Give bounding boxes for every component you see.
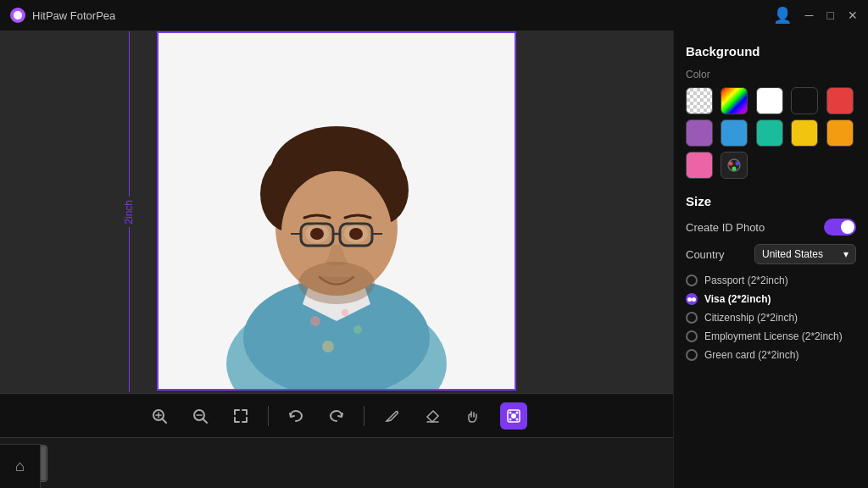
- create-id-toggle[interactable]: [824, 219, 856, 236]
- list-item[interactable]: Passport (2*2inch): [686, 274, 856, 286]
- color-swatch-white[interactable]: [756, 87, 783, 114]
- list-item[interactable]: Employment License (2*2inch): [686, 330, 856, 342]
- radio-circle-visa: [686, 293, 698, 305]
- close-button[interactable]: ✕: [848, 8, 858, 22]
- svg-point-24: [322, 341, 334, 352]
- chevron-down-icon: ▾: [843, 248, 849, 260]
- smart-cutout-button[interactable]: [500, 402, 527, 430]
- color-swatch-blue[interactable]: [721, 119, 748, 147]
- color-swatch-black[interactable]: [791, 87, 818, 114]
- svg-point-20: [349, 228, 363, 240]
- photo-border: [157, 31, 516, 391]
- create-id-label: Create ID Photo: [686, 221, 765, 234]
- fit-screen-button[interactable]: [227, 402, 254, 430]
- undo-button[interactable]: [282, 402, 309, 430]
- size-title: Size: [686, 194, 856, 208]
- size-section: Size Create ID Photo Country United Stat…: [686, 194, 856, 361]
- radio-circle-employment: [686, 330, 698, 342]
- zoom-out-button[interactable]: [186, 402, 214, 430]
- radio-circle-greencard: [686, 349, 698, 361]
- svg-line-27: [163, 419, 166, 423]
- bottom-toolbar-area: ⌂: [0, 393, 673, 488]
- color-swatch-red[interactable]: [826, 87, 854, 114]
- separator-1: [268, 406, 269, 426]
- svg-point-21: [298, 262, 375, 304]
- color-swatch-purple[interactable]: [686, 119, 713, 147]
- thumbnail-strip: [0, 437, 673, 488]
- radio-label-citizenship: Citizenship (2*2inch): [704, 312, 798, 324]
- right-panel: Background Color: [673, 30, 868, 488]
- country-dropdown[interactable]: United States ▾: [754, 244, 856, 264]
- toolbar: [0, 393, 673, 437]
- radio-label-passport: Passport (2*2inch): [704, 274, 788, 286]
- background-title: Background: [686, 44, 856, 58]
- svg-point-46: [736, 162, 740, 166]
- photo-options-list: Passport (2*2inch) Visa (2*2inch) Citize…: [686, 274, 856, 361]
- color-swatch-yellow[interactable]: [791, 119, 818, 147]
- pen-button[interactable]: [378, 402, 405, 430]
- svg-point-37: [516, 411, 519, 413]
- titlebar: HitPaw FotorPea 👤 ─ □ ✕: [0, 0, 868, 30]
- color-grid: [686, 87, 856, 179]
- hand-button[interactable]: [459, 402, 487, 430]
- country-value: United States: [762, 248, 823, 260]
- svg-point-38: [509, 418, 512, 420]
- zoom-in-button[interactable]: [146, 402, 173, 430]
- svg-point-36: [509, 411, 512, 413]
- canvas-wrapper: 2inch 2inch: [0, 30, 673, 393]
- eraser-button[interactable]: [419, 402, 446, 430]
- radio-circle-passport: [686, 274, 698, 286]
- list-item[interactable]: Green card (2*2inch): [686, 349, 856, 361]
- app-logo: [10, 8, 25, 23]
- account-icon[interactable]: 👤: [773, 6, 792, 25]
- list-item[interactable]: Visa (2*2inch): [686, 293, 856, 305]
- color-swatch-teal[interactable]: [756, 119, 783, 147]
- color-swatch-orange[interactable]: [826, 119, 854, 147]
- radio-label-visa: Visa (2*2inch): [704, 293, 771, 305]
- maximize-button[interactable]: □: [827, 8, 834, 22]
- minimize-button[interactable]: ─: [805, 8, 814, 22]
- country-row: Country United States ▾: [686, 244, 856, 264]
- radio-label-greencard: Green card (2*2inch): [704, 349, 798, 361]
- main-content: 2inch 2inch: [0, 30, 868, 488]
- canvas-area: 2inch 2inch: [0, 30, 673, 488]
- svg-point-45: [729, 162, 733, 166]
- svg-line-31: [203, 419, 207, 423]
- country-label: Country: [686, 248, 725, 261]
- dimension-left: 2inch: [123, 31, 135, 392]
- svg-point-39: [516, 418, 519, 420]
- svg-point-23: [353, 325, 362, 334]
- svg-point-35: [511, 413, 516, 419]
- home-button[interactable]: ⌂: [0, 444, 41, 488]
- photo-container: 2inch 2inch: [157, 31, 516, 392]
- color-swatch-pink[interactable]: [686, 152, 713, 179]
- separator-2: [364, 406, 364, 426]
- color-swatch-transparent[interactable]: [686, 87, 713, 114]
- photo-image: [159, 33, 515, 389]
- color-swatch-custom[interactable]: [721, 152, 748, 179]
- svg-point-25: [342, 309, 348, 316]
- redo-button[interactable]: [323, 402, 350, 430]
- window-controls: ─ □ ✕: [805, 8, 858, 22]
- svg-point-19: [310, 228, 324, 240]
- svg-point-47: [732, 167, 737, 171]
- color-subtitle: Color: [686, 69, 856, 80]
- radio-label-employment: Employment License (2*2inch): [704, 330, 843, 342]
- color-swatch-gradient[interactable]: [721, 87, 748, 114]
- radio-circle-citizenship: [686, 312, 698, 324]
- create-id-row: Create ID Photo: [686, 219, 856, 236]
- app-title: HitPaw FotorPea: [32, 9, 773, 22]
- toggle-knob: [841, 220, 854, 234]
- svg-point-22: [310, 316, 320, 326]
- list-item[interactable]: Citizenship (2*2inch): [686, 312, 856, 324]
